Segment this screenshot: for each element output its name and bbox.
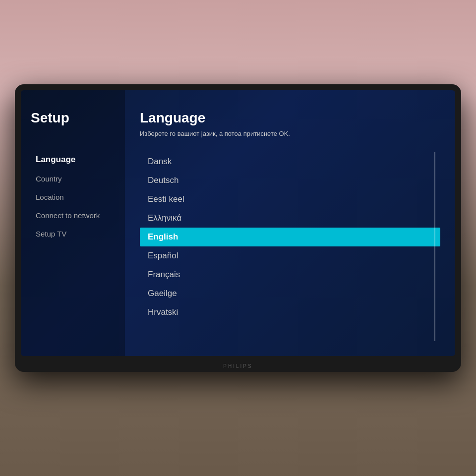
sidebar-item-language[interactable]: Language bbox=[31, 151, 115, 169]
language-item-espanol[interactable]: Español bbox=[140, 246, 440, 265]
sidebar-item-connect-to-network[interactable]: Connect to network bbox=[31, 207, 115, 224]
sidebar-item-country[interactable]: Country bbox=[31, 171, 115, 187]
tv-screen: Setup LanguageCountryLocationConnect to … bbox=[21, 90, 455, 356]
language-list: DanskDeutschEesti keelΕλληνικάEnglishEsp… bbox=[140, 152, 440, 341]
sidebar-title: Setup bbox=[31, 110, 115, 126]
language-item-francais[interactable]: Français bbox=[140, 265, 440, 284]
sidebar-item-location[interactable]: Location bbox=[31, 189, 115, 205]
language-item-hrvatski[interactable]: Hrvatski bbox=[140, 303, 440, 322]
language-item-dansk[interactable]: Dansk bbox=[140, 152, 440, 171]
sidebar-menu: LanguageCountryLocationConnect to networ… bbox=[31, 151, 115, 242]
language-item-gaeilge[interactable]: Gaeilge bbox=[140, 284, 440, 303]
language-item-eesti-keel[interactable]: Eesti keel bbox=[140, 190, 440, 209]
sidebar: Setup LanguageCountryLocationConnect to … bbox=[21, 90, 125, 356]
language-item-deutsch[interactable]: Deutsch bbox=[140, 171, 440, 190]
language-item-ellinika[interactable]: Ελληνικά bbox=[140, 209, 440, 228]
main-content: Language Изберете го вашиот јазик, а пот… bbox=[125, 90, 455, 356]
page-title: Language bbox=[140, 110, 440, 126]
scrollbar-track bbox=[434, 152, 435, 341]
sidebar-item-setup-tv[interactable]: Setup TV bbox=[31, 226, 115, 242]
tv-frame: Setup LanguageCountryLocationConnect to … bbox=[15, 84, 461, 372]
language-item-english[interactable]: English bbox=[140, 228, 440, 246]
page-subtitle: Изберете го вашиот јазик, а потоа притис… bbox=[140, 130, 440, 137]
tv-brand-label: PHILIPS bbox=[223, 363, 252, 369]
